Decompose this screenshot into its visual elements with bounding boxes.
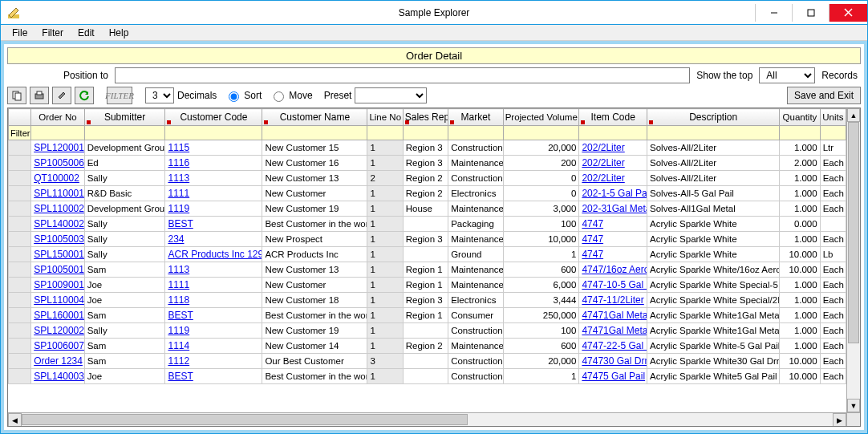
scroll-left-button[interactable]: ◀ xyxy=(8,413,22,427)
sort-radio-input[interactable] xyxy=(229,91,239,102)
customer-code-link[interactable]: 1115 xyxy=(168,142,189,153)
item-code-link[interactable]: 4747 xyxy=(582,233,603,245)
customer-code-link[interactable]: 234 xyxy=(168,233,184,245)
row-header[interactable] xyxy=(9,354,31,369)
row-header[interactable] xyxy=(9,308,31,323)
sort-radio[interactable]: Sort xyxy=(225,89,262,102)
customer-code-link[interactable]: 1116 xyxy=(168,157,189,168)
row-header[interactable] xyxy=(9,293,31,308)
table-row[interactable]: SP1005001Sam1113New Customer 131Region 1… xyxy=(9,262,846,278)
order-no-link[interactable]: SP1006007 xyxy=(34,340,84,351)
item-code-link[interactable]: 4747-10-5 Gal Pa xyxy=(582,279,647,290)
order-no-link[interactable]: SPL120002 xyxy=(34,325,84,336)
item-code-link[interactable]: 4747-11/2Liter xyxy=(582,294,643,306)
maximize-button[interactable] xyxy=(792,4,829,22)
col-quantity[interactable]: Quantity xyxy=(780,109,820,126)
item-code-link[interactable]: 47471Gal Metal xyxy=(582,310,647,321)
table-row[interactable]: QT100002Sally1113New Customer 132Region … xyxy=(9,171,846,186)
menu-help[interactable]: Help xyxy=(103,26,136,40)
row-header[interactable] xyxy=(9,247,31,262)
col-projected-volume[interactable]: Projected Volume xyxy=(503,109,579,126)
table-row[interactable]: SP1006007Sam1114New Customer 141Region 2… xyxy=(9,339,846,354)
titlebar[interactable]: Sample Explorer xyxy=(1,1,867,25)
table-row[interactable]: SPL110001R&D Basic1111New Customer1Regio… xyxy=(9,186,846,201)
table-row[interactable]: SPL110002Development Group1119New Custom… xyxy=(9,201,846,217)
customer-code-link[interactable]: BEST xyxy=(168,310,193,321)
row-header[interactable] xyxy=(9,140,31,156)
customer-code-link[interactable]: BEST xyxy=(168,218,193,229)
table-row[interactable]: SP1009001Joe1111New Customer1Region 1Mai… xyxy=(9,278,846,293)
row-header[interactable] xyxy=(9,278,31,293)
data-grid[interactable]: Order No Submitter Customer Code Custome… xyxy=(7,107,861,427)
order-no-link[interactable]: SPL160001 xyxy=(34,310,84,321)
row-header[interactable] xyxy=(9,201,31,217)
table-row[interactable]: SPL150001SallyACR Products Inc 1293ACR P… xyxy=(9,247,846,262)
scroll-thumb-v[interactable] xyxy=(848,122,859,343)
col-submitter[interactable]: Submitter xyxy=(84,109,165,126)
settings-button[interactable] xyxy=(52,87,71,104)
col-item-code[interactable]: Item Code xyxy=(579,109,647,126)
col-rowhdr[interactable] xyxy=(9,109,31,126)
move-radio[interactable]: Move xyxy=(270,89,312,102)
table-row[interactable]: SPL140002SallyBESTBest Customer in the w… xyxy=(9,217,846,232)
customer-code-link[interactable]: ACR Products Inc 1293 xyxy=(168,249,262,260)
table-row[interactable]: SPL110004Joe1118New Customer 181Region 3… xyxy=(9,293,846,308)
customer-code-link[interactable]: 1113 xyxy=(168,172,189,184)
customer-code-link[interactable]: 1114 xyxy=(168,340,189,351)
item-code-link[interactable]: 202/2Liter xyxy=(582,172,624,184)
close-button[interactable] xyxy=(829,4,867,22)
minimize-button[interactable] xyxy=(755,4,792,22)
table-row[interactable]: SPL120001Development Group1115New Custom… xyxy=(9,140,846,156)
table-row[interactable]: SPL160001SamBESTBest Customer in the wor… xyxy=(9,308,846,323)
copy-button[interactable] xyxy=(7,87,26,104)
customer-code-link[interactable]: 1118 xyxy=(168,294,189,306)
order-no-link[interactable]: SP1009001 xyxy=(34,279,84,290)
customer-code-link[interactable]: 1119 xyxy=(168,203,189,214)
col-description[interactable]: Description xyxy=(647,109,780,126)
customer-code-link[interactable]: BEST xyxy=(168,371,193,382)
col-market[interactable]: Market xyxy=(448,109,504,126)
row-header[interactable] xyxy=(9,171,31,186)
row-header[interactable] xyxy=(9,217,31,232)
table-row[interactable]: SPL140003JoeBESTBest Customer in the wor… xyxy=(9,369,846,384)
row-header[interactable] xyxy=(9,339,31,354)
item-code-link[interactable]: 47471Gal Metal xyxy=(582,325,647,336)
order-no-link[interactable]: SPL140003 xyxy=(34,371,84,382)
horizontal-scrollbar[interactable]: ◀ ▶ xyxy=(8,412,860,426)
item-code-link[interactable]: 4747-22-5 Gal Pa xyxy=(582,340,647,351)
refresh-button[interactable] xyxy=(75,87,94,104)
customer-code-link[interactable]: 1111 xyxy=(168,279,189,290)
order-no-link[interactable]: SP1005001 xyxy=(34,264,84,275)
item-code-link[interactable]: 47475 Gal Pail xyxy=(582,371,645,382)
customer-code-link[interactable]: 1119 xyxy=(168,325,189,336)
col-customer-code[interactable]: Customer Code xyxy=(165,109,262,126)
item-code-link[interactable]: 4747/16oz Aeros xyxy=(582,264,647,275)
scroll-up-button[interactable]: ▲ xyxy=(847,108,860,122)
show-top-select[interactable]: All xyxy=(759,67,815,83)
order-no-link[interactable]: SPL140002 xyxy=(34,218,84,229)
item-code-link[interactable]: 202/2Liter xyxy=(582,142,624,153)
row-header[interactable] xyxy=(9,262,31,278)
item-code-link[interactable]: 4747 xyxy=(582,249,603,260)
row-header[interactable] xyxy=(9,156,31,171)
menu-file[interactable]: File xyxy=(6,26,34,40)
col-line-no[interactable]: Line No xyxy=(367,109,403,126)
order-no-link[interactable]: SP1005006 xyxy=(34,157,84,168)
vertical-scrollbar[interactable]: ▲ ▼ xyxy=(846,108,860,412)
col-sales-rep[interactable]: Sales Rep xyxy=(403,109,448,126)
save-and-exit-button[interactable]: Save and Exit xyxy=(787,87,861,104)
scroll-right-button[interactable]: ▶ xyxy=(833,413,846,427)
customer-code-link[interactable]: 1113 xyxy=(168,264,189,275)
menu-edit[interactable]: Edit xyxy=(71,26,101,40)
col-customer-name[interactable]: Customer Name xyxy=(262,109,367,126)
item-code-link[interactable]: 474730 Gal Drm xyxy=(582,355,647,367)
row-header[interactable] xyxy=(9,186,31,201)
table-row[interactable]: SPL120002Sally1119New Customer 191Constr… xyxy=(9,323,846,339)
col-order-no[interactable]: Order No xyxy=(31,109,85,126)
print-button[interactable] xyxy=(30,87,49,104)
scroll-down-button[interactable]: ▼ xyxy=(847,399,860,412)
item-code-link[interactable]: 202/2Liter xyxy=(582,157,624,168)
order-no-link[interactable]: QT100002 xyxy=(34,172,79,184)
item-code-link[interactable]: 4747 xyxy=(582,218,603,229)
order-no-link[interactable]: SPL110004 xyxy=(34,294,84,306)
